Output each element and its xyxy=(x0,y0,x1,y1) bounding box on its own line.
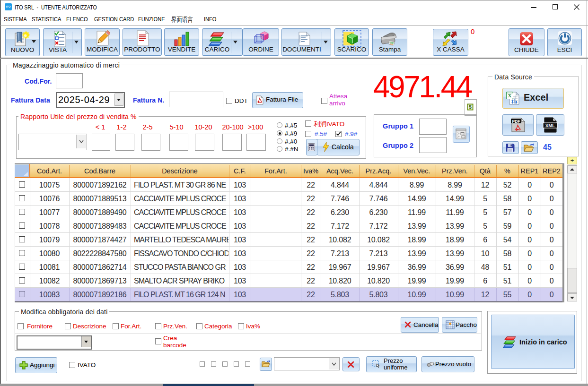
svg-text:XML: XML xyxy=(545,123,555,128)
svg-text:PDF: PDF xyxy=(512,119,520,124)
svg-text:$: $ xyxy=(469,104,472,110)
svg-text:X: X xyxy=(508,93,512,98)
